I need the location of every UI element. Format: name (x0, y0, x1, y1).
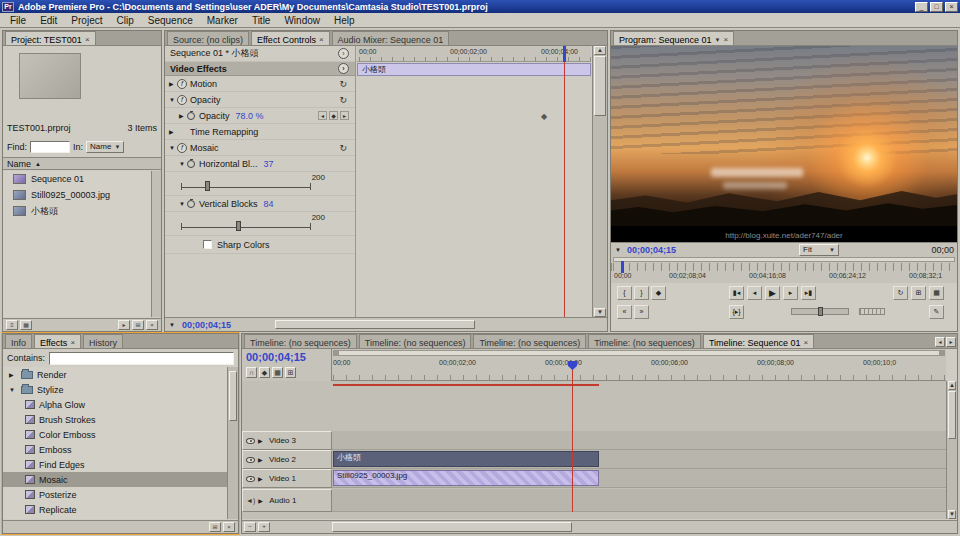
icon-view-icon[interactable]: ▦ (20, 320, 32, 330)
play-button[interactable]: ▶ (765, 286, 780, 300)
vertical-blocks-slider[interactable] (181, 225, 311, 228)
viewing-area-bar[interactable] (613, 257, 955, 262)
menu-sequence[interactable]: Sequence (141, 14, 200, 27)
tab-effect-controls[interactable]: Effect Controls × (251, 31, 330, 45)
scroll-thumb[interactable] (229, 371, 237, 421)
snap-icon[interactable]: ∩ (246, 367, 257, 378)
list-item[interactable]: 小格頭 (3, 203, 151, 219)
expand-icon[interactable]: ▶ (258, 437, 266, 444)
step-forward-button[interactable]: ▸ (783, 286, 798, 300)
tree-item-effect[interactable]: Posterize (3, 487, 227, 502)
timeline-ruler-area[interactable]: 00;00 00;00;02;00 00;00;04;00 00;00;06;0… (332, 349, 946, 381)
new-custom-bin-icon[interactable]: ⊞ (209, 522, 221, 532)
loop-button[interactable]: ↻ (893, 286, 908, 300)
list-item[interactable]: Still0925_00003.jpg (3, 187, 151, 203)
opacity-value[interactable]: 78.0 % (236, 111, 264, 121)
menu-marker[interactable]: Marker (200, 14, 245, 27)
track-audio1[interactable] (332, 489, 946, 512)
tab-program[interactable]: Program: Sequence 01 ▼ × (613, 31, 734, 45)
scroll-thumb[interactable] (948, 391, 956, 439)
effect-row-mosaic[interactable]: ▼ f Mosaic ↻ (165, 140, 355, 156)
tab-timeline-empty[interactable]: Timeline: (no sequences) (473, 334, 586, 348)
jog-disk[interactable] (859, 308, 885, 315)
tree-item-effect-selected[interactable]: Mosaic (3, 472, 227, 487)
timeline-hscrollbar[interactable]: − + (242, 520, 957, 533)
toggle-track-output-icon[interactable] (246, 457, 255, 463)
menu-file[interactable]: File (3, 14, 33, 27)
track-header-audio1[interactable]: ◄) ▶ Audio 1 (242, 489, 332, 512)
expand-icon[interactable]: ▶ (258, 456, 266, 463)
effect-row-motion[interactable]: ▶ f Motion ↻ (165, 76, 355, 92)
delete-icon[interactable]: × (146, 320, 158, 330)
collapse-icon[interactable]: ▼ (615, 247, 623, 253)
tree-item-effect[interactable]: Emboss (3, 442, 227, 457)
section-toggle-button[interactable]: › (338, 63, 349, 74)
list-view-icon[interactable]: ≡ (6, 320, 18, 330)
horizontal-blocks-slider[interactable] (181, 185, 311, 188)
collapse-icon[interactable]: ▼ (169, 322, 177, 328)
close-tab-icon[interactable]: × (85, 35, 90, 44)
effect-controls-scrollbar[interactable]: ▲ ▼ (592, 46, 607, 317)
horizontal-scroll-thumb[interactable] (275, 320, 475, 329)
tab-timeline-empty[interactable]: Timeline: (no sequences) (244, 334, 357, 348)
safe-margins-button[interactable]: ⊞ (911, 286, 926, 300)
program-scrubber[interactable]: 00;00 00;02;08;04 00;04;16;08 00;06;24;1… (611, 256, 957, 283)
set-sequence-marker-icon[interactable]: ◆ (259, 367, 270, 378)
output-button[interactable]: ▦ (929, 286, 944, 300)
contains-input[interactable] (49, 352, 234, 365)
project-scrollbar[interactable] (151, 171, 161, 317)
menu-window[interactable]: Window (277, 14, 327, 27)
track-header-video2[interactable]: ▶ Video 2 (242, 450, 332, 469)
menu-help[interactable]: Help (327, 14, 362, 27)
close-button[interactable]: × (945, 2, 958, 12)
toggle-track-output-icon[interactable] (246, 476, 255, 482)
tab-project[interactable]: Project: TEST001 × (5, 31, 96, 45)
menu-title[interactable]: Title (245, 14, 278, 27)
reset-effect-icon[interactable]: ↻ (339, 79, 347, 89)
goto-in-button[interactable]: ▮◂ (729, 286, 744, 300)
track-video2[interactable]: 小格頭 (332, 450, 946, 469)
program-timecode[interactable]: 00;00;04;15 (627, 245, 676, 255)
tree-item-effect[interactable]: Roughen Edges (3, 517, 227, 519)
clip-video1[interactable]: Still0925_00003.jpg (333, 470, 599, 486)
toggle-track-output-icon[interactable] (246, 438, 255, 444)
scroll-down-icon[interactable]: ▼ (594, 308, 606, 317)
maximize-button[interactable]: □ (930, 2, 943, 12)
collapse-icon[interactable]: ▼ (179, 161, 187, 167)
effect-row-time-remapping[interactable]: ▶ Time Remapping (165, 124, 355, 140)
timeline-vscrollbar[interactable]: ▲ ▼ (946, 381, 957, 519)
track-header-video3[interactable]: ▶ Video 3 (242, 431, 332, 450)
collapse-icon[interactable]: ▼ (9, 387, 17, 393)
clip-video2[interactable]: 小格頭 (333, 451, 599, 467)
param-row-horizontal-blocks[interactable]: ▼ Horizontal Bl... 37 (165, 156, 355, 172)
add-keyframe-button[interactable]: ◆ (329, 111, 338, 120)
collapse-icon[interactable]: ▼ (169, 145, 177, 151)
scroll-thumb[interactable] (594, 56, 606, 116)
tab-scroll-left-icon[interactable]: ◂ (935, 337, 945, 347)
tab-audio-mixer[interactable]: Audio Mixer: Sequence 01 (332, 31, 450, 45)
name-column-header[interactable]: Name ▲ (3, 157, 161, 170)
toggle-animation-icon[interactable] (187, 200, 195, 208)
trim-button[interactable]: ✎ (929, 305, 944, 319)
zoom-in-icon[interactable]: + (258, 522, 270, 532)
scroll-up-icon[interactable]: ▲ (594, 46, 606, 55)
next-keyframe-button[interactable]: ▸ (340, 111, 349, 120)
timeline-ruler[interactable]: 00;00 00;00;02;00 00;00;04;00 00;00;06;0… (332, 357, 946, 381)
prev-keyframe-button[interactable]: ◂ (318, 111, 327, 120)
expand-icon[interactable]: ▶ (169, 128, 177, 135)
effect-timeline-playhead[interactable] (563, 46, 566, 62)
effects-scrollbar[interactable] (227, 367, 238, 519)
track-video3[interactable] (332, 431, 946, 450)
tree-item-effect[interactable]: Color Emboss (3, 427, 227, 442)
tree-item-effect[interactable]: Find Edges (3, 457, 227, 472)
work-area-bar[interactable] (333, 350, 945, 356)
tab-timeline-empty[interactable]: Timeline: (no sequences) (359, 334, 472, 348)
shuttle-handle[interactable] (818, 307, 823, 316)
close-tab-icon[interactable]: × (724, 35, 729, 44)
shuttle-slider[interactable] (791, 308, 849, 315)
track-display-icon[interactable]: ▦ (272, 367, 283, 378)
expand-icon[interactable]: ▶ (179, 112, 187, 119)
collapse-icon[interactable]: ▼ (169, 97, 177, 103)
find-input[interactable] (30, 141, 70, 153)
collapse-icon[interactable]: ▼ (179, 201, 187, 207)
